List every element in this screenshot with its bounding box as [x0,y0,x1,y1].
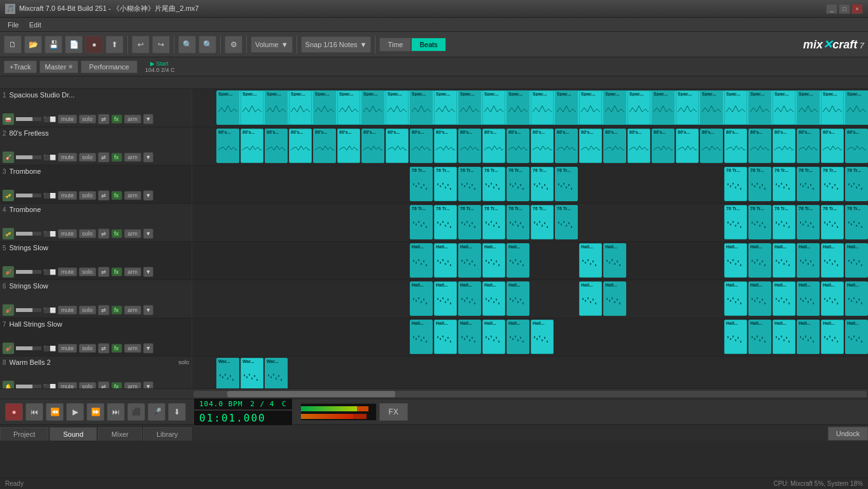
clip[interactable]: 76 Tr... [748,167,771,201]
track-4-solo[interactable]: solo [79,229,96,238]
snap-dropdown[interactable]: Snap 1/16 Notes ▼ [301,36,372,53]
horizontal-scrollbar[interactable] [0,388,868,399]
track-2-mute[interactable]: mute [58,153,77,162]
track-7-volume[interactable] [16,346,41,350]
clip[interactable]: 76 Tr... [482,167,505,201]
track-3-arm[interactable]: arm [124,191,142,200]
transport-play[interactable]: ▶ [66,403,84,421]
track-8-route[interactable]: ⇌ [98,381,109,388]
clip[interactable]: 76 Tr... [797,167,820,201]
tab-sound[interactable]: Sound [50,427,97,441]
track-6-expand[interactable]: ▼ [143,305,153,315]
clip[interactable]: Hall... [531,320,554,354]
zoom-in-button[interactable]: 🔍 [178,36,196,53]
track-1-arm[interactable]: arm [124,115,142,124]
clip[interactable]: 76 Tr... [434,205,457,239]
clip[interactable]: Hall... [434,320,457,354]
track-2-arm[interactable]: arm [124,153,142,162]
clip[interactable]: Spac... [386,90,409,125]
transport-loop[interactable]: ⬛ [127,403,145,421]
clip[interactable]: 80's... [821,129,844,163]
track-6-solo[interactable]: solo [79,306,96,315]
track-7-solo[interactable]: solo [79,344,96,353]
clip[interactable]: 80's... [386,129,409,163]
clip[interactable]: 80's... [410,129,433,163]
track-4-mute[interactable]: mute [58,229,77,238]
clip[interactable]: 76 Tr... [531,205,554,239]
track-7-fx[interactable]: fx [111,344,122,353]
track-5-fx[interactable]: fx [111,267,122,276]
master-button[interactable]: Master ≡ [39,60,78,73]
clip[interactable]: Spac... [531,90,554,125]
clip[interactable]: 80's... [434,129,457,163]
clip[interactable]: Spac... [773,90,795,125]
clip[interactable]: Spac... [458,90,481,125]
transport-click[interactable]: ⬇ [168,403,186,421]
track-3-expand[interactable]: ▼ [143,190,153,201]
clip[interactable]: 80's... [361,129,384,163]
track-8-fx[interactable]: fx [111,382,122,388]
track-3-volume[interactable] [16,194,41,197]
clip[interactable]: Hall... [773,320,795,354]
track-2-solo[interactable]: solo [79,153,96,162]
clip[interactable]: 76 Tr... [821,167,844,201]
clip[interactable]: 80's... [797,129,820,163]
add-track-button[interactable]: +Track [4,60,37,73]
undo-button[interactable]: ↩ [132,36,150,53]
track-2-expand[interactable]: ▼ [143,152,153,162]
maximize-button[interactable]: □ [839,4,850,14]
clip[interactable]: 80's... [579,129,602,163]
clip[interactable]: Spac... [361,90,384,125]
clip[interactable]: War... [265,358,288,388]
clip[interactable]: Hall... [482,320,505,354]
track-3-fx[interactable]: fx [111,191,122,200]
track-5-arm[interactable]: arm [124,267,142,276]
volume-dropdown[interactable]: Volume ▼ [251,36,293,53]
clip[interactable]: Hall... [845,243,868,278]
clip[interactable]: Spac... [700,90,723,125]
track-1-volume[interactable] [16,117,41,121]
track-4-volume[interactable] [16,232,41,236]
track-5-route[interactable]: ⇌ [98,267,109,277]
track-1-route[interactable]: ⇌ [98,114,109,124]
hscroll-track[interactable] [193,391,867,397]
clip[interactable]: Spac... [821,90,844,125]
clip[interactable]: Hall... [410,243,433,278]
clip[interactable]: Spac... [845,90,868,125]
track-2-volume[interactable] [16,155,41,159]
clip[interactable]: 76 Tr... [773,205,795,239]
open-button[interactable]: 📂 [24,36,42,53]
clip[interactable]: Hall... [748,320,771,354]
track-2-fx[interactable]: fx [111,153,122,162]
clip[interactable]: Hall... [724,320,747,354]
clip[interactable]: Hall... [603,243,626,278]
save-as-button[interactable]: 📄 [65,36,83,53]
clip[interactable]: Spac... [216,90,239,125]
clip[interactable]: Spac... [603,90,626,125]
track-4-arm[interactable]: arm [124,229,142,238]
clip[interactable]: Spac... [724,90,747,125]
clip[interactable]: War... [216,358,239,388]
clip[interactable]: 76 Tr... [458,205,481,239]
track-6-route[interactable]: ⇌ [98,305,109,315]
clip[interactable]: Hall... [507,281,529,316]
clip[interactable]: Hall... [434,243,457,278]
track-7-route[interactable]: ⇌ [98,343,109,353]
clip[interactable]: Spac... [652,90,675,125]
clip[interactable]: Hall... [821,320,844,354]
clip[interactable]: Hall... [845,281,868,316]
clip[interactable]: 80's... [289,129,312,163]
track-3-solo[interactable]: solo [79,191,96,200]
clip[interactable]: Spac... [676,90,699,125]
clip[interactable]: Hall... [797,281,820,316]
clip[interactable]: 80's... [676,129,699,163]
track-7-arm[interactable]: arm [124,344,142,353]
save-button[interactable]: 💾 [45,36,62,53]
clip[interactable]: Hall... [434,281,457,316]
clip[interactable]: 76 Tr... [845,205,868,239]
track-1-solo[interactable]: solo [79,115,96,124]
clip[interactable]: Spac... [579,90,602,125]
track-7-expand[interactable]: ▼ [143,343,153,353]
tracks-scroll[interactable]: 1 Spacious Studio Dr... 🥁 ⬛⬜ mute solo ⇌… [0,89,868,388]
clip[interactable]: 80's... [555,129,578,163]
